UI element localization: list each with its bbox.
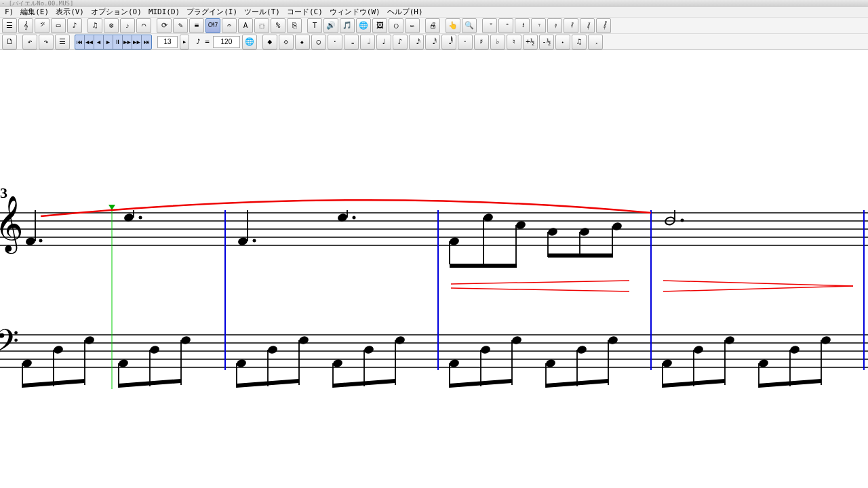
transport-4[interactable]: ⏸ (113, 35, 123, 49)
tool-11[interactable]: ⟳ (157, 18, 172, 33)
transport-7[interactable]: ⏭ (142, 35, 151, 49)
tool2r-17[interactable]: -½ (539, 35, 554, 49)
tool2l-3[interactable]: ↷ (39, 35, 54, 49)
tool-37[interactable]: 𝄾 (531, 18, 546, 33)
tool2r-1[interactable]: ◇ (279, 35, 294, 49)
transport-1[interactable]: ◀◀ (85, 35, 94, 49)
tool-39[interactable]: 𝅀 (564, 18, 578, 33)
tool-32[interactable]: 🔍 (462, 18, 477, 33)
tool2r-19[interactable]: ♫ (572, 35, 587, 49)
svg-point-90 (789, 345, 801, 355)
tool2r-15[interactable]: ♮ (507, 35, 521, 49)
tool-22[interactable]: 🔊 (323, 18, 338, 33)
transport-6[interactable]: ▶▶ (132, 35, 142, 49)
tool-16[interactable]: A (238, 18, 253, 33)
tool2r-16[interactable]: +½ (523, 35, 538, 49)
transport-0[interactable]: ⏮ (75, 35, 85, 49)
score-svg: 𝄞 𝄢 3 (0, 50, 868, 484)
score-viewport[interactable]: 𝄞 𝄢 3 (0, 50, 868, 484)
menu-window[interactable]: ウィンドウ(W) (326, 6, 384, 18)
tool2r-9[interactable]: 𝅘𝅥𝅯 (409, 35, 424, 49)
measure-input[interactable] (157, 36, 178, 48)
tool-8[interactable]: 𝆔 (120, 18, 135, 33)
tool2r-10[interactable]: 𝅘𝅥𝅰 (425, 35, 440, 49)
tool2r-7[interactable]: ♩ (376, 35, 391, 49)
svg-point-50 (180, 336, 192, 346)
tool2r-13[interactable]: ♯ (474, 35, 489, 49)
tool2l-0[interactable]: 🗋 (2, 35, 17, 49)
tool-13[interactable]: ≡ (189, 18, 204, 33)
tool2r-0[interactable]: ◆ (262, 35, 277, 49)
svg-point-16 (237, 237, 249, 247)
tool-41[interactable]: 𝅂 (596, 18, 611, 33)
tool-21[interactable]: T (307, 18, 322, 33)
tool-14[interactable]: CM7 (205, 18, 220, 33)
tool-15[interactable]: 𝄐 (222, 18, 237, 33)
tool-6[interactable]: ♫ (87, 18, 102, 33)
tool-19[interactable]: ⎘ (287, 18, 302, 33)
svg-rect-35 (548, 253, 613, 258)
menu-options[interactable]: オプション(O) (87, 6, 145, 18)
tool-3[interactable]: ▭ (51, 18, 66, 33)
tool-36[interactable]: 𝄽 (515, 18, 530, 33)
tool2r-14[interactable]: ♭ (490, 35, 505, 49)
tempo-input[interactable] (213, 36, 240, 48)
tool2r-8[interactable]: ♪ (393, 35, 408, 49)
tool2r-2[interactable]: ⬥ (295, 35, 310, 49)
tool2r-5[interactable]: 𝅝 (344, 35, 359, 49)
tool-0[interactable]: ☰ (2, 18, 17, 33)
dim-top[interactable] (663, 281, 853, 286)
tool-23[interactable]: 🎵 (340, 18, 355, 33)
tool-27[interactable]: ✏ (405, 18, 420, 33)
tool-34[interactable]: 𝄻 (482, 18, 497, 33)
tool2r-20[interactable]: 𝅃 (588, 35, 603, 49)
transport-2[interactable]: ◀ (94, 35, 104, 49)
tool2r-11[interactable]: 𝅘𝅥𝅱 (441, 35, 456, 49)
tool-31[interactable]: 👆 (446, 18, 460, 33)
treble-m2[interactable] (237, 210, 356, 246)
tool2r-3[interactable]: ○ (311, 35, 326, 49)
menu-midi[interactable]: MIDI(D) (145, 7, 183, 17)
tool2r-12[interactable]: · (458, 35, 473, 49)
toolbar-main: ☰𝄞𝄢▭♪♫⚙𝆔⌒⟳✎≡CM7𝄐A⬚%⎘T🔊🎵🌐🖼◯✏🖨👆🔍𝄻𝄼𝄽𝄾𝄿𝅀𝅁𝅂 (0, 18, 868, 34)
tool2r-4[interactable]: · (328, 35, 342, 49)
tool2r-18[interactable]: 𝆺 (555, 35, 570, 49)
svg-point-21 (353, 216, 356, 220)
cresc-top[interactable] (451, 281, 629, 284)
transport-5[interactable]: ▶▶ (123, 35, 132, 49)
tool-40[interactable]: 𝅁 (580, 18, 595, 33)
tool-24[interactable]: 🌐 (356, 18, 371, 33)
tool2l-2[interactable]: ↶ (22, 35, 37, 49)
tool-17[interactable]: ⬚ (254, 18, 269, 33)
menu-edit[interactable]: 編集(E) (17, 6, 52, 18)
menu-chord[interactable]: コード(C) (283, 6, 326, 18)
tool-9[interactable]: ⌒ (136, 18, 151, 33)
stepper[interactable]: ▸ (180, 35, 189, 49)
tool-18[interactable]: % (271, 18, 285, 33)
tool-25[interactable]: 🖼 (372, 18, 387, 33)
tool-7[interactable]: ⚙ (104, 18, 119, 33)
svg-point-81 (662, 359, 673, 369)
menu-help[interactable]: ヘルプ(H) (384, 6, 427, 18)
tool-26[interactable]: ◯ (389, 18, 403, 33)
transport-3[interactable]: ▶ (104, 35, 113, 49)
svg-point-64 (395, 336, 406, 346)
tool-1[interactable]: 𝄞 (18, 18, 33, 33)
menu-plugin[interactable]: プラグイン(I) (183, 6, 241, 18)
slur[interactable] (41, 200, 651, 216)
cresc-bot[interactable] (451, 288, 629, 291)
tool2l-4[interactable]: ☰ (55, 35, 70, 49)
svg-point-26 (515, 220, 527, 230)
tool-29[interactable]: 🖨 (425, 18, 440, 33)
dim-bot[interactable] (663, 286, 853, 291)
tempo-apply[interactable]: 🌐 (242, 35, 257, 49)
tool2r-6[interactable]: 𝅗𝅥 (360, 35, 375, 49)
menu-view[interactable]: 表示(V) (52, 6, 87, 18)
menu-file[interactable]: F) (1, 7, 17, 17)
tool-4[interactable]: ♪ (67, 18, 82, 33)
tool-12[interactable]: ✎ (173, 18, 188, 33)
menu-tool[interactable]: ツール(T) (241, 6, 283, 18)
tool-38[interactable]: 𝄿 (547, 18, 562, 33)
tool-35[interactable]: 𝄼 (498, 18, 513, 33)
tool-2[interactable]: 𝄢 (35, 18, 50, 33)
